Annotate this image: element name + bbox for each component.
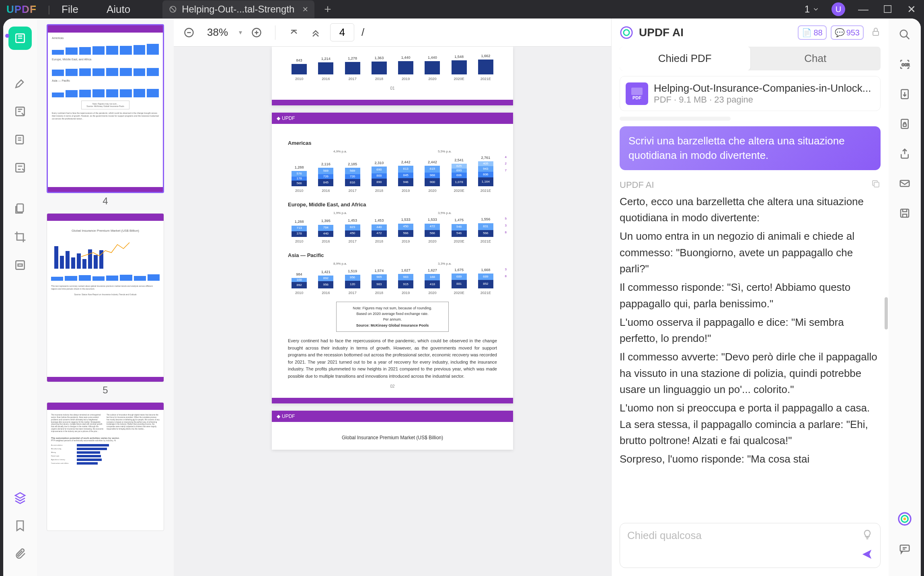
- search-button[interactable]: [897, 27, 913, 43]
- email-button[interactable]: [897, 175, 913, 191]
- thumb-4-number: 4: [47, 195, 164, 207]
- protect-button[interactable]: [897, 116, 913, 132]
- suggestions-button[interactable]: [862, 529, 873, 542]
- americas-title: Americas: [288, 139, 497, 148]
- titlebar: UPDF | File Aiuto Helping-Out-...tal-Str…: [0, 0, 924, 19]
- svg-rect-6: [16, 261, 24, 269]
- close-window-button[interactable]: ✕: [906, 3, 918, 16]
- left-toolbar: [3, 19, 37, 576]
- eu-title: Europe, Middle East, and Africa: [288, 201, 497, 209]
- active-indicator: [5, 34, 9, 38]
- edit-icon: [14, 105, 27, 118]
- window-count-badge[interactable]: 1: [805, 4, 819, 15]
- thumbnail-page-5[interactable]: Global Insurance Premium Market (US$ Bil…: [47, 213, 164, 396]
- pdf-file-icon: PDF: [626, 82, 648, 105]
- crop-icon: [14, 230, 27, 243]
- search-icon: [899, 29, 911, 41]
- ai-badge-words[interactable]: 💬 953: [831, 25, 864, 40]
- tab-ask-pdf[interactable]: Chiedi PDF: [620, 47, 750, 70]
- maximize-button[interactable]: ☐: [881, 3, 893, 16]
- document-view[interactable]: 38% ▾ / 8432010 1,2142016 1,2782017 1,36…: [174, 19, 611, 576]
- svg-rect-5: [17, 204, 23, 212]
- convert-button[interactable]: [897, 86, 913, 102]
- app-logo: UPDF: [6, 3, 37, 16]
- svg-rect-21: [901, 209, 909, 217]
- prev-page-button[interactable]: [308, 25, 323, 40]
- copy-page-icon: [14, 202, 27, 215]
- form-icon: [14, 161, 27, 174]
- svg-point-24: [903, 518, 906, 520]
- svg-rect-7: [18, 264, 23, 266]
- bookmark-tool[interactable]: [8, 514, 32, 537]
- svg-text:OCR: OCR: [902, 63, 910, 67]
- thumbnail-panel[interactable]: Americas Europe, Middle East, and Africa…: [37, 19, 174, 576]
- lightbulb-icon: [862, 529, 873, 540]
- redact-tool[interactable]: [8, 253, 32, 277]
- svg-point-11: [624, 30, 629, 35]
- chevron-up-icon: [310, 27, 321, 38]
- page-number-input[interactable]: [330, 23, 354, 41]
- svg-rect-13: [631, 87, 643, 95]
- copy-response-button[interactable]: [871, 179, 881, 191]
- chart-note: Note: Figures may not sum, because of ro…: [336, 302, 449, 332]
- svg-rect-4: [16, 163, 24, 172]
- comments-button[interactable]: [897, 541, 913, 557]
- menu-file[interactable]: File: [62, 3, 78, 16]
- separator: |: [48, 4, 50, 15]
- copy-page-tool[interactable]: [8, 197, 32, 220]
- share-button[interactable]: [897, 146, 913, 162]
- first-page-button[interactable]: [287, 25, 301, 40]
- svg-rect-12: [873, 31, 879, 35]
- tab-doc-icon: [169, 5, 177, 13]
- minus-circle-icon: [183, 27, 195, 38]
- ai-panel: UPDF AI 📄 88 💬 953 Chiedi PDF Chat PDF H…: [611, 19, 889, 576]
- plus-circle-icon: [251, 27, 262, 38]
- pages-icon: [14, 133, 27, 146]
- zoom-out-button[interactable]: [182, 25, 196, 40]
- thumbnail-page-4[interactable]: Americas Europe, Middle East, and Africa…: [47, 24, 164, 207]
- go-top-icon: [288, 27, 300, 38]
- save-button[interactable]: [897, 205, 913, 221]
- body-paragraph: Every continent had to face the repercus…: [288, 337, 497, 380]
- ocr-icon: OCR: [899, 58, 911, 70]
- ai-prompt-input[interactable]: [627, 529, 856, 542]
- file-name: Helping-Out-Insurance-Companies-in-Unloc…: [654, 82, 875, 95]
- edit-text-tool[interactable]: [8, 100, 32, 123]
- zoom-dropdown[interactable]: ▾: [239, 29, 242, 36]
- highlight-tool[interactable]: [8, 72, 32, 95]
- updf-ai-logo-icon: [620, 26, 633, 39]
- redact-icon: [14, 259, 27, 272]
- tab-chat[interactable]: Chat: [750, 47, 881, 70]
- lock-page-icon: [899, 118, 911, 130]
- ai-assistant-icon[interactable]: [897, 511, 913, 527]
- add-tab-button[interactable]: +: [324, 2, 331, 16]
- zoom-in-button[interactable]: [249, 25, 264, 40]
- menu-help[interactable]: Aiuto: [107, 3, 130, 16]
- ocr-button[interactable]: OCR: [897, 56, 913, 72]
- crop-tool[interactable]: [8, 225, 32, 249]
- form-tool[interactable]: [8, 156, 32, 179]
- page-4: ◆ UPDF Americas 4,9% p.a.5,5% p.a. 427 1…: [272, 113, 513, 403]
- lock-icon[interactable]: [871, 27, 881, 38]
- page-tool[interactable]: [8, 128, 32, 151]
- bookmark-icon: [14, 519, 27, 532]
- share-icon: [899, 148, 911, 160]
- ai-panel-title: UPDF AI: [639, 26, 792, 39]
- reader-tool[interactable]: [8, 27, 32, 50]
- user-avatar[interactable]: U: [832, 2, 845, 16]
- layers-tool[interactable]: [8, 486, 32, 509]
- close-tab-icon[interactable]: ×: [302, 4, 308, 15]
- minimize-button[interactable]: —: [857, 3, 869, 16]
- ai-badge-pages[interactable]: 📄 88: [798, 25, 826, 40]
- content-area: Americas Europe, Middle East, and Africa…: [3, 19, 921, 576]
- attachment-tool[interactable]: [8, 542, 32, 566]
- thumbnail-page-6[interactable]: The insurance industry has always remain…: [47, 402, 164, 531]
- document-tab[interactable]: Helping-Out-...tal-Strength ×: [162, 0, 314, 18]
- comment-icon: [899, 543, 911, 555]
- book-icon: [14, 32, 27, 45]
- send-button[interactable]: [861, 548, 873, 562]
- layers-icon: [14, 491, 27, 504]
- svg-rect-14: [874, 182, 879, 187]
- zoom-level: 38%: [203, 26, 232, 39]
- file-card[interactable]: PDF Helping-Out-Insurance-Companies-in-U…: [620, 76, 881, 111]
